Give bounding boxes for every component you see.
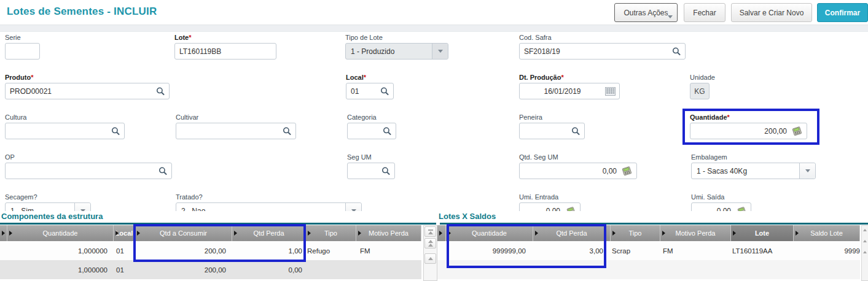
column-arrow-icon [308, 231, 311, 236]
column-header-lote[interactable]: Lote [731, 225, 794, 241]
page-title: Lotes de Sementes - INCLUIR [7, 6, 157, 18]
cell-quantidade[interactable]: 1,000000 [7, 241, 114, 260]
cultivar-input[interactable] [176, 123, 295, 139]
calculator-icon[interactable] [791, 126, 803, 136]
required-mark: * [727, 114, 730, 121]
tipo-de-lote-select[interactable]: 1 - Produzido [345, 43, 448, 60]
search-icon[interactable] [156, 87, 165, 96]
cell-qtd-a-consumir[interactable]: 200,00 [135, 260, 232, 279]
field-seg-um: Seg UM [347, 153, 395, 179]
tratado-label: Tratado? [176, 193, 362, 201]
dt-producao-label: Dt. Produção [519, 74, 561, 81]
embalagem-dropdown-button[interactable] [799, 163, 815, 179]
lote-input[interactable] [175, 44, 276, 59]
column-arrow-icon [535, 231, 538, 236]
tipo-de-lote-label: Tipo de Lote [345, 34, 448, 42]
cell-tipo[interactable]: Refugo [306, 241, 356, 260]
column-header-qtd-perda[interactable]: Qtd Perda [533, 225, 611, 241]
op-input[interactable] [6, 163, 171, 179]
scroll-up-icon [428, 244, 433, 247]
cell-qtd-perda[interactable]: 3,00 [533, 241, 611, 260]
cell-motivo-perda[interactable]: FM [660, 241, 731, 260]
cell-qtd-a-consumir[interactable]: 200,00 [135, 241, 232, 260]
quantidade-label: Quantidade [690, 114, 727, 121]
calculator-icon[interactable] [621, 166, 633, 176]
left-grid-scrollbar[interactable] [423, 225, 437, 281]
cod-safra-input[interactable] [520, 44, 685, 59]
column-arrow-icon [448, 231, 451, 236]
tipo-de-lote-dropdown-button[interactable] [432, 44, 448, 59]
chevron-down-icon [668, 15, 673, 18]
column-header-saldo-lote[interactable]: Saldo Lote [794, 225, 860, 241]
confirmar-button[interactable]: Confirmar [817, 3, 868, 22]
embalagem-select[interactable]: 1 - Sacas 40Kg [691, 163, 816, 179]
cultura-input[interactable] [6, 123, 124, 139]
serie-input[interactable] [6, 44, 39, 59]
scroll-to-top-button[interactable] [424, 226, 436, 237]
field-op: OP [5, 153, 172, 179]
qtd-seg-um-input[interactable] [520, 163, 636, 179]
scroll-page-up-button[interactable] [424, 238, 436, 248]
cell-motivo-perda[interactable]: FM [356, 241, 421, 260]
field-cod-safra: Cod. Safra [519, 34, 686, 60]
umi-saida-label: Umi. Saída [691, 193, 751, 201]
search-icon[interactable] [571, 126, 581, 136]
table-row[interactable]: 1,000000 01 200,00 1,00 Refugo FM [0, 241, 421, 260]
search-icon[interactable] [158, 166, 168, 175]
column-header-local[interactable]: Local [114, 225, 135, 241]
column-header-qtd-a-consumir[interactable]: Qtd a Consumir [135, 225, 232, 241]
cod-safra-label: Cod. Safra [519, 34, 686, 42]
quantidade-input[interactable] [690, 123, 807, 139]
column-header-tipo[interactable]: Tipo [611, 225, 660, 241]
cell-quantidade[interactable]: 999999,00 [446, 241, 533, 260]
search-icon[interactable] [383, 126, 392, 136]
row-marker-header [0, 225, 7, 241]
column-header-quantidade[interactable]: Quantidade [7, 225, 114, 241]
field-cultivar: Cultivar [176, 114, 296, 139]
table-row[interactable]: 1,000000 01 200,00 0,00 [0, 260, 421, 279]
search-icon[interactable] [381, 166, 391, 175]
right-grid-scrollbar[interactable] [861, 225, 868, 281]
cell-saldo-lote[interactable]: 9999 [794, 241, 860, 260]
field-dt-producao: Dt. Produção* [519, 74, 620, 99]
cultivar-label: Cultivar [176, 114, 296, 121]
embalagem-label: Embalagem [691, 153, 816, 161]
empty-row [437, 260, 860, 279]
calendar-icon[interactable] [605, 87, 616, 96]
cell-motivo-perda[interactable] [356, 260, 421, 279]
scroll-up-button[interactable] [424, 253, 436, 264]
cell-tipo[interactable]: Scrap [611, 241, 660, 260]
dt-producao-input[interactable] [520, 83, 619, 99]
componentes-grid-header: Quantidade Local Qtd a Consumir Qtd Perd… [0, 225, 421, 241]
cultura-label: Cultura [5, 114, 125, 121]
cell-quantidade[interactable]: 1,000000 [7, 260, 114, 279]
secagem-label: Secagem? [5, 193, 91, 201]
column-header-quantidade[interactable]: Quantidade [446, 225, 533, 241]
field-local: Local* [346, 74, 394, 99]
column-header-qtd-perda[interactable]: Qtd Perda [232, 225, 306, 241]
cell-local[interactable]: 01 [114, 241, 135, 260]
search-icon[interactable] [111, 126, 120, 136]
cell-lote[interactable]: LT160119AA [731, 241, 794, 260]
scroll-up-icon [863, 251, 867, 253]
cell-qtd-perda[interactable]: 0,00 [232, 260, 306, 279]
lotes-saldos-grid-header: Quantidade Qtd Perda Tipo Motivo Perda L… [437, 225, 860, 241]
column-header-motivo-perda[interactable]: Motivo Perda [660, 225, 731, 241]
salvar-e-criar-novo-button[interactable]: Salvar e Criar Novo [731, 3, 812, 22]
cell-qtd-perda[interactable]: 1,00 [232, 241, 306, 260]
table-row[interactable]: 999999,00 3,00 Scrap FM LT160119AA 9999 [437, 241, 860, 260]
left-grid-title-rule [0, 223, 436, 225]
search-icon[interactable] [283, 126, 292, 136]
produto-input[interactable] [6, 83, 169, 99]
search-icon[interactable] [672, 47, 681, 56]
column-header-tipo[interactable]: Tipo [306, 225, 356, 241]
unidade-value: KG [690, 83, 710, 99]
cell-tipo[interactable] [306, 260, 356, 279]
outras-acoes-button[interactable]: Outras Ações [614, 3, 678, 22]
column-header-motivo-perda[interactable]: Motivo Perda [356, 225, 421, 241]
fechar-button[interactable]: Fechar [684, 3, 725, 22]
left-grid-title: Componentes da estrutura [1, 212, 103, 221]
row-marker-icon [2, 231, 5, 236]
cell-local[interactable]: 01 [114, 260, 135, 279]
search-icon[interactable] [380, 87, 389, 96]
